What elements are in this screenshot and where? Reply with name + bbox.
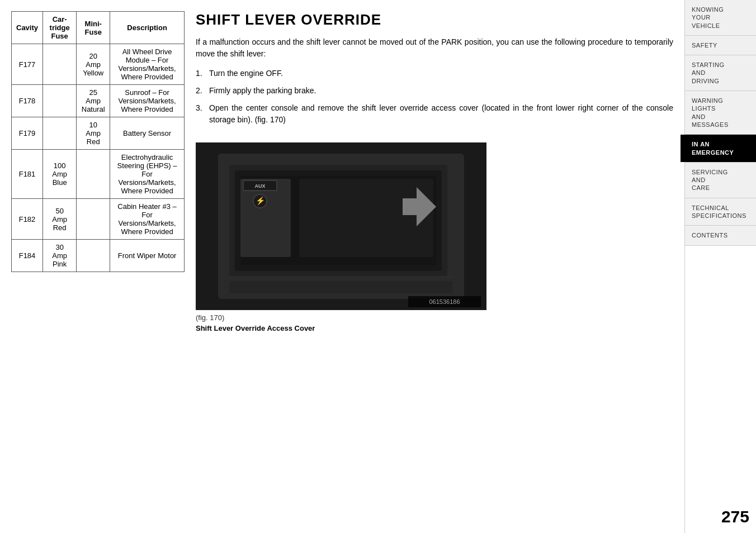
sidebar-item-contents[interactable]: CONTENTS xyxy=(685,226,756,245)
left-section: Cavity Car-tridgeFuse Mini-Fuse Descript… xyxy=(11,11,185,522)
figure-image: AUX ⚡ 061536186 xyxy=(196,142,486,310)
step-num-1: 1. xyxy=(196,68,209,79)
step-num-2: 2. xyxy=(196,85,209,97)
cell-cartridge: 100 AmpBlue xyxy=(43,150,77,199)
sidebar-spacer xyxy=(685,246,756,501)
cell-cartridge xyxy=(43,85,77,117)
main-content: Cavity Car-tridgeFuse Mini-Fuse Descript… xyxy=(0,0,684,533)
table-row: F178 25 AmpNatural Sunroof – ForVersions… xyxy=(12,85,185,117)
cell-cavity: F184 xyxy=(12,240,43,272)
cell-description: ElectrohydraulicSteering (EHPS) – ForVer… xyxy=(110,150,185,199)
sidebar-item-in-an-emergency[interactable]: IN ANEMERGENCY xyxy=(685,135,756,163)
cell-description: Sunroof – ForVersions/Markets,Where Prov… xyxy=(110,85,185,117)
sidebar: KNOWINGYOURVEHICLE SAFETY STARTINGANDDRI… xyxy=(684,0,756,533)
cell-description: Front Wiper Motor xyxy=(110,240,185,272)
cell-cavity: F179 xyxy=(12,117,43,150)
step-2: 2. Firmly apply the parking brake. xyxy=(196,85,673,97)
col-header-description: Description xyxy=(110,12,185,44)
table-row: F181 100 AmpBlue ElectrohydraulicSteerin… xyxy=(12,150,185,199)
cell-mini: 20 AmpYellow xyxy=(77,44,110,85)
sidebar-item-technical-specifications[interactable]: TECHNICALSPECIFICATIONS xyxy=(685,198,756,226)
cell-cavity: F178 xyxy=(12,85,43,117)
figure-container: AUX ⚡ 061536186 (fig. xyxy=(196,142,673,332)
sidebar-item-knowing-your-vehicle[interactable]: KNOWINGYOURVEHICLE xyxy=(685,0,756,36)
cell-cartridge: 30 AmpPink xyxy=(43,240,77,272)
sidebar-item-safety[interactable]: SAFETY xyxy=(685,36,756,55)
step-num-3: 3. xyxy=(196,102,209,126)
cell-mini xyxy=(77,150,110,199)
page-number: 275 xyxy=(685,501,756,533)
step-text-1: Turn the engine OFF. xyxy=(209,68,283,79)
table-row: F179 10 AmpRed Battery Sensor xyxy=(12,117,185,150)
cell-cavity: F177 xyxy=(12,44,43,85)
step-text-3: Open the center console and remove the s… xyxy=(209,102,673,126)
cell-mini xyxy=(77,240,110,272)
figure-svg: AUX ⚡ 061536186 xyxy=(196,142,486,310)
step-3: 3. Open the center console and remove th… xyxy=(196,102,673,126)
table-row: F182 50 AmpRed Cabin Heater #3 –For Vers… xyxy=(12,199,185,240)
cell-mini: 10 AmpRed xyxy=(77,117,110,150)
right-section: SHIFT LEVER OVERRIDE If a malfunction oc… xyxy=(196,11,679,522)
cell-description: All Wheel DriveModule – ForVersions/Mark… xyxy=(110,44,185,85)
section-intro: If a malfunction occurs and the shift le… xyxy=(196,36,673,60)
sidebar-item-warning-lights[interactable]: WARNINGLIGHTSANDMESSAGES xyxy=(685,91,756,135)
svg-text:AUX: AUX xyxy=(254,183,265,189)
table-row: F184 30 AmpPink Front Wiper Motor xyxy=(12,240,185,272)
svg-text:061536186: 061536186 xyxy=(429,298,460,305)
svg-rect-13 xyxy=(229,281,453,293)
table-row: F177 20 AmpYellow All Wheel DriveModule … xyxy=(12,44,185,85)
svg-rect-10 xyxy=(299,179,433,257)
cell-cartridge: 50 AmpRed xyxy=(43,199,77,240)
cell-description: Cabin Heater #3 –For Versions/Markets,Wh… xyxy=(110,199,185,240)
step-1: 1. Turn the engine OFF. xyxy=(196,68,673,79)
col-header-cartridge: Car-tridgeFuse xyxy=(43,12,77,44)
svg-text:⚡: ⚡ xyxy=(256,196,266,206)
cell-mini xyxy=(77,199,110,240)
cell-cartridge xyxy=(43,117,77,150)
cell-mini: 25 AmpNatural xyxy=(77,85,110,117)
cell-description: Battery Sensor xyxy=(110,117,185,150)
col-header-mini: Mini-Fuse xyxy=(77,12,110,44)
step-text-2: Firmly apply the parking brake. xyxy=(209,85,316,97)
cell-cavity: F181 xyxy=(12,150,43,199)
fuse-table: Cavity Car-tridgeFuse Mini-Fuse Descript… xyxy=(11,11,185,272)
cell-cartridge xyxy=(43,44,77,85)
cell-cavity: F182 xyxy=(12,199,43,240)
figure-caption-top: (fig. 170) xyxy=(196,313,224,322)
section-title: SHIFT LEVER OVERRIDE xyxy=(196,11,673,28)
steps-list: 1. Turn the engine OFF. 2. Firmly apply … xyxy=(196,68,673,131)
figure-caption-bottom: Shift Lever Override Access Cover xyxy=(196,324,315,332)
sidebar-item-servicing-and-care[interactable]: SERVICINGANDCARE xyxy=(685,163,756,198)
col-header-cavity: Cavity xyxy=(12,12,43,44)
sidebar-item-starting-and-driving[interactable]: STARTINGANDDRIVING xyxy=(685,55,756,91)
